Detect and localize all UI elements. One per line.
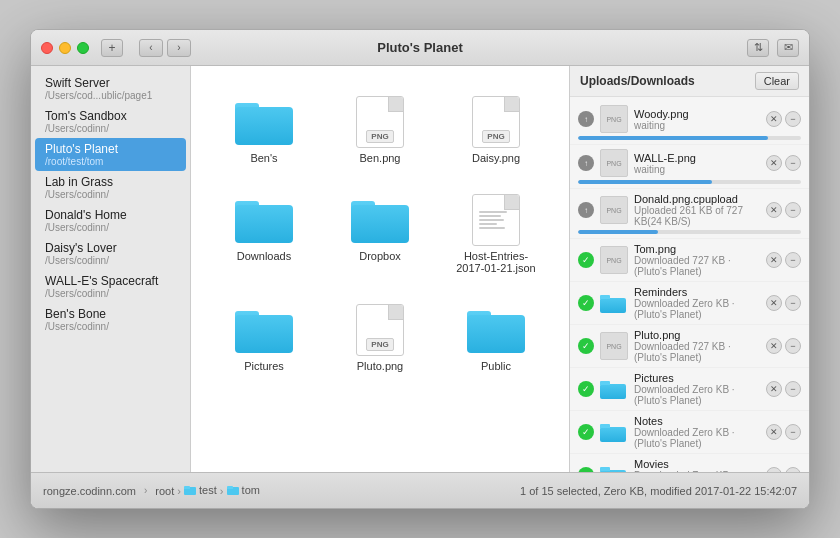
upload-actions: ✕ − bbox=[766, 338, 801, 354]
upload-remove-btn[interactable]: − bbox=[785, 202, 801, 218]
status-check-icon: ✓ bbox=[578, 295, 594, 311]
sidebar-item-5[interactable]: Daisy's Lover /Users/codinn/ bbox=[35, 237, 186, 270]
window-title: Pluto's Planet bbox=[377, 40, 462, 55]
upload-item-1: ↑ PNG WALL-E.png waiting ✕ − bbox=[570, 145, 809, 189]
upload-remove-btn[interactable]: − bbox=[785, 381, 801, 397]
upload-status: Downloaded Zero KB · (Pluto's Planet) bbox=[634, 298, 760, 320]
file-icon-wrap bbox=[466, 304, 526, 356]
png-icon: PNG bbox=[356, 96, 404, 148]
upload-status: Downloaded Zero KB · (Pluto's Planet) bbox=[634, 427, 760, 449]
sidebar-item-2[interactable]: Pluto's Planet /root/test/tom bbox=[35, 138, 186, 171]
upload-cancel-btn[interactable]: ✕ bbox=[766, 202, 782, 218]
add-button[interactable]: + bbox=[101, 39, 123, 57]
status-check-icon: ✓ bbox=[578, 338, 594, 354]
breadcrumb: root › test › tom bbox=[155, 484, 260, 497]
statusbar-info: 1 of 15 selected, Zero KB, modified 2017… bbox=[520, 485, 797, 497]
sort-button[interactable]: ⇅ bbox=[747, 39, 769, 57]
sidebar-item-name: Tom's Sandbox bbox=[45, 109, 176, 123]
sidebar-item-1[interactable]: Tom's Sandbox /Users/codinn/ bbox=[35, 105, 186, 138]
upload-item-5: ✓ PNG Pluto.png Downloaded 727 KB · (Plu… bbox=[570, 325, 809, 368]
file-icon-wrap bbox=[234, 96, 294, 148]
progress-bar bbox=[578, 180, 801, 184]
upload-cancel-btn[interactable]: ✕ bbox=[766, 338, 782, 354]
folder-icon bbox=[351, 197, 409, 243]
file-label: Public bbox=[481, 360, 511, 372]
file-item-5[interactable]: Host-Entries-2017-01-21.json bbox=[443, 184, 549, 284]
upload-info: Tom.png Downloaded 727 KB · (Pluto's Pla… bbox=[634, 243, 760, 277]
upload-cancel-btn[interactable]: ✕ bbox=[766, 252, 782, 268]
upload-cancel-btn[interactable]: ✕ bbox=[766, 381, 782, 397]
upload-info: Woody.png waiting bbox=[634, 108, 760, 131]
uploads-header: Uploads/Downloads Clear bbox=[570, 66, 809, 97]
upload-info: WALL-E.png waiting bbox=[634, 152, 760, 175]
folder-icon bbox=[235, 99, 293, 145]
sidebar-item-0[interactable]: Swift Server /Users/cod...ublic/page1 bbox=[35, 72, 186, 105]
sidebar-item-path: /Users/codinn/ bbox=[45, 123, 176, 134]
sidebar-item-6[interactable]: WALL-E's Spacecraft /Users/codinn/ bbox=[35, 270, 186, 303]
upload-remove-btn[interactable]: − bbox=[785, 467, 801, 472]
upload-item-8: ✓ Movies Downloaded Zero KB · (Pluto's P… bbox=[570, 454, 809, 472]
upload-remove-btn[interactable]: − bbox=[785, 338, 801, 354]
upload-info: Pluto.png Downloaded 727 KB · (Pluto's P… bbox=[634, 329, 760, 363]
upload-info: Movies Downloaded Zero KB · (Pluto's Pla… bbox=[634, 458, 760, 472]
upload-remove-btn[interactable]: − bbox=[785, 424, 801, 440]
file-label: Ben's bbox=[250, 152, 277, 164]
upload-thumb bbox=[600, 461, 628, 472]
close-button[interactable] bbox=[41, 42, 53, 54]
sidebar: Swift Server /Users/cod...ublic/page1 To… bbox=[31, 66, 191, 472]
nav-controls: ‹ › bbox=[139, 39, 191, 57]
file-item-2[interactable]: PNG Daisy.png bbox=[443, 86, 549, 174]
upload-status: waiting bbox=[634, 164, 760, 175]
upload-cancel-btn[interactable]: ✕ bbox=[766, 467, 782, 472]
status-upload-icon: ↑ bbox=[578, 202, 594, 218]
upload-cancel-btn[interactable]: ✕ bbox=[766, 424, 782, 440]
file-item-7[interactable]: PNG Pluto.png bbox=[327, 294, 433, 382]
upload-thumb: PNG bbox=[600, 196, 628, 224]
sidebar-item-path: /Users/codinn/ bbox=[45, 255, 176, 266]
upload-cancel-btn[interactable]: ✕ bbox=[766, 111, 782, 127]
progress-bar bbox=[578, 230, 801, 234]
file-item-8[interactable]: Public bbox=[443, 294, 549, 382]
progress-bar bbox=[578, 136, 801, 140]
upload-thumb bbox=[600, 418, 628, 446]
clear-button[interactable]: Clear bbox=[755, 72, 799, 90]
upload-status: Downloaded 727 KB · (Pluto's Planet) bbox=[634, 255, 760, 277]
mail-button[interactable]: ✉ bbox=[777, 39, 799, 57]
back-button[interactable]: ‹ bbox=[139, 39, 163, 57]
upload-status: Downloaded 727 KB · (Pluto's Planet) bbox=[634, 341, 760, 363]
upload-remove-btn[interactable]: − bbox=[785, 252, 801, 268]
upload-status: Uploaded 261 KB of 727 KB(24 KB/S) bbox=[634, 205, 760, 227]
sidebar-item-name: Pluto's Planet bbox=[45, 142, 176, 156]
sidebar-item-path: /Users/codinn/ bbox=[45, 189, 176, 200]
fullscreen-button[interactable] bbox=[77, 42, 89, 54]
upload-cancel-btn[interactable]: ✕ bbox=[766, 295, 782, 311]
upload-filename: Reminders bbox=[634, 286, 760, 298]
sidebar-item-name: Lab in Grass bbox=[45, 175, 176, 189]
sidebar-item-7[interactable]: Ben's Bone /Users/codinn/ bbox=[35, 303, 186, 336]
sidebar-item-4[interactable]: Donald's Home /Users/codinn/ bbox=[35, 204, 186, 237]
upload-remove-btn[interactable]: − bbox=[785, 155, 801, 171]
minimize-button[interactable] bbox=[59, 42, 71, 54]
file-item-6[interactable]: Pictures bbox=[211, 294, 317, 382]
upload-remove-btn[interactable]: − bbox=[785, 111, 801, 127]
file-item-4[interactable]: Dropbox bbox=[327, 184, 433, 284]
upload-cancel-btn[interactable]: ✕ bbox=[766, 155, 782, 171]
file-item-3[interactable]: Downloads bbox=[211, 184, 317, 284]
sidebar-item-3[interactable]: Lab in Grass /Users/codinn/ bbox=[35, 171, 186, 204]
upload-item-header: ✓ Movies Downloaded Zero KB · (Pluto's P… bbox=[578, 458, 801, 472]
file-item-0[interactable]: Ben's bbox=[211, 86, 317, 174]
file-icon-wrap: PNG bbox=[350, 96, 410, 148]
status-check-icon: ✓ bbox=[578, 424, 594, 440]
sidebar-item-name: Donald's Home bbox=[45, 208, 176, 222]
sidebar-item-path: /root/test/tom bbox=[45, 156, 176, 167]
file-grid: Ben's PNG Ben.png PNG Daisy.png Download… bbox=[191, 66, 569, 472]
upload-item-7: ✓ Notes Downloaded Zero KB · (Pluto's Pl… bbox=[570, 411, 809, 454]
file-item-1[interactable]: PNG Ben.png bbox=[327, 86, 433, 174]
uploads-list: ↑ PNG Woody.png waiting ✕ − ↑ PNG WALL-E… bbox=[570, 97, 809, 472]
file-icon-wrap bbox=[466, 194, 526, 246]
upload-remove-btn[interactable]: − bbox=[785, 295, 801, 311]
upload-info: Donald.png.cpupload Uploaded 261 KB of 7… bbox=[634, 193, 760, 227]
upload-info: Pictures Downloaded Zero KB · (Pluto's P… bbox=[634, 372, 760, 406]
forward-button[interactable]: › bbox=[167, 39, 191, 57]
upload-item-header: ✓ PNG Pluto.png Downloaded 727 KB · (Plu… bbox=[578, 329, 801, 363]
